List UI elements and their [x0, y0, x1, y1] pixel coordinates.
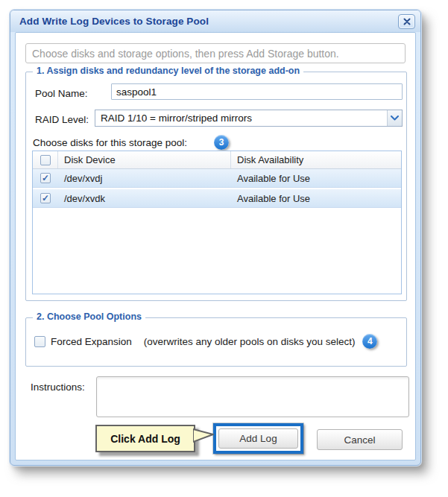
checkmark-icon: ✓	[42, 194, 49, 203]
forced-expansion-checkbox[interactable]	[34, 336, 45, 347]
pool-name-label: Pool Name:	[35, 88, 88, 99]
callout-text: Click Add Log	[110, 433, 180, 445]
callout-annotation: Click Add Log	[95, 425, 195, 452]
hint-box: Choose disks and storage options, then p…	[25, 43, 406, 63]
choose-disks-label: Choose disks for this storage pool:	[33, 137, 187, 148]
section1-legend: 1. Assign disks and redundancy level of …	[33, 66, 303, 76]
section2-legend: 2. Choose Pool Options	[33, 311, 145, 322]
dialog-body: Choose disks and storage options, then p…	[15, 32, 416, 460]
dialog-window: Add Write Log Devices to Storage Pool Ch…	[10, 10, 421, 466]
table-row[interactable]: ✓ /dev/xvdk Available for Use	[33, 189, 401, 208]
select-all-cell	[33, 151, 58, 168]
dialog-titlebar[interactable]: Add Write Log Devices to Storage Pool	[10, 10, 420, 32]
close-button[interactable]	[398, 14, 415, 29]
dialog-title: Add Write Log Devices to Storage Pool	[19, 16, 398, 27]
disk-availability-cell: Available for Use	[231, 193, 401, 204]
callout-arrow-icon	[193, 428, 214, 446]
disk-table-header: Disk Device Disk Availability	[33, 151, 401, 169]
checkmark-icon: ✓	[42, 174, 49, 183]
disk-device-cell: /dev/xvdk	[58, 193, 231, 204]
forced-expansion-note: (overwrites any older pools on disks you…	[144, 336, 356, 347]
add-log-button[interactable]: Add Log	[218, 428, 298, 449]
column-header-device[interactable]: Disk Device	[58, 151, 231, 168]
forced-expansion-row: Forced Expansion (overwrites any older p…	[34, 334, 377, 349]
forced-expansion-label[interactable]: Forced Expansion	[51, 336, 132, 347]
section-pool-options: 2. Choose Pool Options Forced Expansion …	[25, 317, 407, 367]
disk-device-cell: /dev/xvdj	[58, 173, 231, 184]
column-header-availability[interactable]: Disk Availability	[231, 151, 401, 168]
hint-text: Choose disks and storage options, then p…	[32, 48, 339, 60]
section-assign-disks: 1. Assign disks and redundancy level of …	[25, 72, 407, 301]
step-badge-3: 3	[214, 135, 229, 150]
row-checkbox[interactable]: ✓	[40, 173, 51, 183]
disk-availability-cell: Available for Use	[231, 173, 401, 184]
screenshot-canvas: Add Write Log Devices to Storage Pool Ch…	[0, 0, 448, 497]
raid-level-select[interactable]: RAID 1/10 = mirror/striped mirrors	[95, 110, 403, 127]
select-all-checkbox[interactable]	[40, 155, 51, 165]
chevron-down-icon	[387, 110, 402, 126]
pool-name-input[interactable]	[111, 83, 403, 100]
instructions-textarea[interactable]	[96, 376, 409, 417]
step-badge-4: 4	[362, 334, 377, 349]
row-checkbox[interactable]: ✓	[40, 193, 51, 203]
highlight-annotation-frame: Add Log	[213, 423, 303, 454]
instructions-label: Instructions:	[31, 382, 85, 393]
raid-level-value: RAID 1/10 = mirror/striped mirrors	[95, 110, 387, 126]
disk-table: Disk Device Disk Availability ✓ /dev/xvd…	[32, 151, 402, 294]
cancel-button[interactable]: Cancel	[317, 429, 403, 450]
raid-level-label: RAID Level:	[35, 114, 89, 125]
table-row[interactable]: ✓ /dev/xvdj Available for Use	[33, 169, 401, 188]
close-icon	[403, 15, 411, 28]
